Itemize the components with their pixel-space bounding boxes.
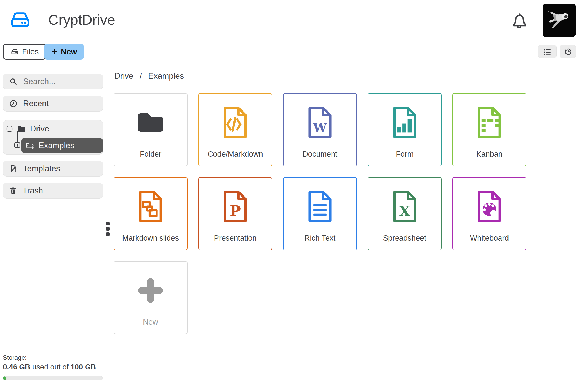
storage-progress-bar <box>3 376 103 380</box>
sidebar-item-drive[interactable]: Drive <box>3 122 103 136</box>
list-view-button[interactable] <box>538 45 557 58</box>
plus-icon <box>114 272 187 309</box>
sidebar-item-label: Drive <box>30 124 49 134</box>
storage-progress-fill <box>3 376 6 380</box>
spreadsheet-file-icon: X <box>368 188 441 225</box>
sidebar-item-examples[interactable]: Examples <box>21 138 103 153</box>
page-title: CryptDrive <box>48 12 115 28</box>
tile-grid: Folder Code/Markdown W Document <box>114 93 526 334</box>
kanban-file-icon <box>453 104 526 141</box>
clock-icon <box>9 99 18 108</box>
notifications-bell-icon[interactable] <box>510 12 529 30</box>
sidebar-item-label: Trash <box>23 186 43 195</box>
breadcrumb-separator: / <box>140 71 142 81</box>
drag-handle-icon[interactable] <box>106 222 110 236</box>
sidebar-item-templates[interactable]: Templates <box>3 161 103 177</box>
sidebar-item-label: Recent <box>23 99 49 108</box>
letter-w: W <box>313 121 327 135</box>
user-avatar[interactable] <box>543 4 576 37</box>
storage-total: 100 GB <box>71 363 96 371</box>
plus-icon <box>51 48 58 55</box>
history-icon <box>563 47 572 56</box>
tile-presentation[interactable]: P Presentation <box>198 177 272 250</box>
tile-label: Markdown slides <box>114 234 187 242</box>
cryptdrive-logo-icon <box>9 9 31 31</box>
sidebar-item-recent[interactable]: Recent <box>3 96 103 112</box>
storage-info: Storage: 0.46 GB used out of 100 GB <box>3 354 96 371</box>
breadcrumb-examples[interactable]: Examples <box>148 71 184 81</box>
drive-tree: Drive Examples <box>3 120 103 155</box>
sidebar-item-label: Examples <box>39 141 74 150</box>
trash-icon <box>9 187 17 195</box>
collapse-minus-icon[interactable] <box>6 125 13 132</box>
tile-rich-text[interactable]: Rich Text <box>283 177 357 250</box>
tile-spreadsheet[interactable]: X Spreadsheet <box>368 177 442 250</box>
tile-label: Rich Text <box>284 234 356 242</box>
code-file-icon <box>199 104 272 141</box>
tile-form[interactable]: Form <box>368 93 442 166</box>
presentation-file-icon: P <box>199 188 272 225</box>
folder-open-icon <box>25 141 34 150</box>
letter-x: X <box>399 203 410 220</box>
search-box[interactable] <box>3 74 103 89</box>
tile-label: Spreadsheet <box>368 234 441 242</box>
expand-plus-icon[interactable] <box>14 142 21 149</box>
tile-new[interactable]: New <box>114 261 188 334</box>
form-file-icon <box>368 104 441 141</box>
storage-infix: used out of <box>32 363 69 371</box>
template-file-icon <box>9 164 18 173</box>
tile-label: Folder <box>114 150 187 158</box>
drive-icon <box>10 47 19 56</box>
tile-label: Document <box>284 150 356 158</box>
search-input[interactable] <box>23 77 99 86</box>
tile-label: Form <box>368 150 441 158</box>
breadcrumb-drive[interactable]: Drive <box>114 71 133 81</box>
tile-code-markdown[interactable]: Code/Markdown <box>198 93 272 166</box>
tile-label: New <box>114 318 187 326</box>
tile-label: Code/Markdown <box>199 150 272 158</box>
document-file-icon: W <box>284 104 356 141</box>
letter-p: P <box>230 202 241 220</box>
storage-label: Storage: <box>3 354 96 361</box>
tile-kanban[interactable]: Kanban <box>452 93 526 166</box>
storage-usage-text: 0.46 GB used out of 100 GB <box>3 363 96 371</box>
files-button[interactable]: Files <box>3 44 46 60</box>
new-button[interactable]: New <box>44 44 84 60</box>
sidebar-item-label: Templates <box>23 164 60 173</box>
folder-icon <box>114 104 187 141</box>
tile-label: Presentation <box>199 234 272 242</box>
whiteboard-file-icon <box>453 188 526 225</box>
tile-label: Whiteboard <box>453 234 526 242</box>
storage-used: 0.46 GB <box>3 363 30 371</box>
tile-label: Kanban <box>453 150 526 158</box>
tile-document[interactable]: W Document <box>283 93 357 166</box>
tile-folder[interactable]: Folder <box>114 93 188 166</box>
sidebar-item-trash[interactable]: Trash <box>3 183 103 199</box>
search-icon <box>9 77 18 86</box>
list-icon <box>543 47 552 56</box>
tile-markdown-slides[interactable]: Markdown slides <box>114 177 188 250</box>
richtext-file-icon <box>284 188 356 225</box>
files-button-label: Files <box>22 47 39 56</box>
history-button[interactable] <box>560 45 576 58</box>
tile-whiteboard[interactable]: Whiteboard <box>452 177 526 250</box>
slides-file-icon <box>114 188 187 225</box>
folder-solid-icon <box>17 124 26 133</box>
new-button-label: New <box>61 47 77 56</box>
breadcrumb: Drive / Examples <box>114 71 184 81</box>
